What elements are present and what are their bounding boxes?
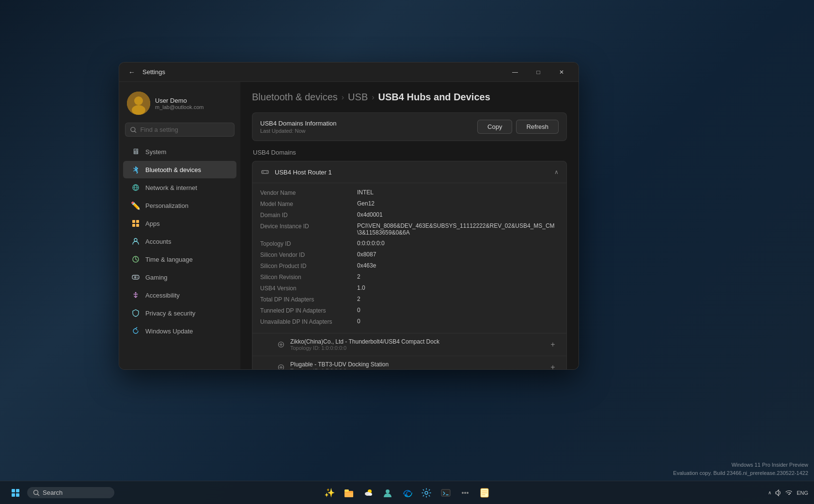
taskbar-app-notes[interactable]: [476, 484, 493, 502]
speaker-icon: [774, 489, 782, 497]
window-controls: — □ ✕: [504, 64, 573, 80]
breadcrumb: Bluetooth & devices › USB › USB4 Hubs an…: [252, 92, 567, 103]
device-name: Plugable - TBT3-UDV Docking Station: [290, 361, 389, 368]
watermark: Windows 11 Pro Insider Preview Evaluatio…: [673, 461, 808, 477]
svg-rect-7: [136, 220, 139, 223]
svg-rect-8: [132, 224, 135, 227]
tray-arrow[interactable]: ∧: [768, 490, 771, 495]
device-item-left: Zikko(China)Co., Ltd - Thunderbolt4/USB4…: [262, 338, 439, 351]
device-topology: Topology ID: 1:0:0:0:0:0: [290, 345, 439, 351]
minimize-button[interactable]: —: [504, 64, 526, 80]
svg-point-32: [386, 489, 390, 493]
user-profile[interactable]: User Demo m_lab@outlook.com: [119, 88, 240, 123]
device-item[interactable]: Zikko(China)Co., Ltd - Thunderbolt4/USB4…: [252, 333, 566, 356]
svg-point-1: [134, 96, 143, 105]
back-button[interactable]: ←: [125, 65, 139, 79]
taskbar-search[interactable]: Search: [27, 487, 114, 498]
sidebar-item-accessibility[interactable]: Accessibility: [123, 286, 236, 304]
avatar: [127, 92, 150, 115]
svg-rect-9: [136, 224, 139, 227]
taskbar-app-explorer[interactable]: [340, 484, 358, 502]
breadcrumb-bluetooth[interactable]: Bluetooth & devices: [252, 92, 338, 103]
desktop: ← Settings — □ ✕: [0, 0, 814, 504]
sidebar-item-network[interactable]: Network & internet: [123, 179, 236, 196]
taskbar-app-edge[interactable]: [398, 484, 416, 502]
detail-label: Silicon Revision: [260, 273, 357, 281]
detail-value: 2: [357, 296, 360, 302]
user-name: User Demo: [155, 97, 204, 104]
device-info: Plugable - TBT3-UDV Docking Station Topo…: [290, 361, 389, 369]
refresh-button[interactable]: Refresh: [516, 120, 559, 134]
device-icon: [277, 340, 285, 349]
info-card-subtitle: Last Updated: Now: [260, 128, 337, 134]
taskbar-app-weather[interactable]: [360, 484, 377, 502]
breadcrumb-usb[interactable]: USB: [348, 92, 368, 103]
detail-value: 0: [357, 318, 360, 325]
time-label: Time & language: [145, 256, 193, 263]
expand-button[interactable]: +: [547, 339, 559, 350]
system-icon: 🖥: [131, 147, 141, 157]
device-name: Zikko(China)Co., Ltd - Thunderbolt4/USB4…: [290, 338, 439, 345]
close-icon: ✕: [559, 69, 564, 76]
detail-row: Silicon Revision2: [260, 271, 559, 283]
taskbar-app-people[interactable]: [379, 484, 396, 502]
domains-section-label: USB4 Domains: [252, 149, 567, 156]
taskbar-app-copilot[interactable]: ✨: [321, 484, 338, 502]
network-tray-icon: [785, 489, 793, 497]
sidebar-item-accounts[interactable]: Accounts: [123, 233, 236, 250]
start-button[interactable]: [6, 483, 25, 503]
expand-button[interactable]: +: [547, 362, 559, 369]
gaming-label: Gaming: [145, 274, 168, 281]
title-bar: ← Settings — □ ✕: [119, 63, 579, 82]
detail-value: 0x463e: [357, 262, 376, 269]
privacy-label: Privacy & security: [145, 310, 195, 317]
taskbar-app-misc[interactable]: [456, 484, 474, 502]
gaming-icon: [131, 272, 141, 282]
taskbar-app-settings[interactable]: [418, 484, 435, 502]
sidebar-item-bluetooth[interactable]: Bluetooth & devices: [123, 161, 236, 178]
device-item[interactable]: Plugable - TBT3-UDV Docking Station Topo…: [252, 356, 566, 369]
accessibility-icon: [131, 290, 141, 300]
taskbar-app-terminal[interactable]: [437, 484, 454, 502]
svg-point-31: [368, 493, 372, 496]
watermark-line1: Windows 11 Pro Insider Preview: [673, 461, 808, 469]
breadcrumb-sep-1: ›: [342, 93, 344, 102]
user-info: User Demo m_lab@outlook.com: [155, 97, 204, 110]
detail-value: 0: [357, 307, 360, 314]
taskbar-right: ∧ ENG: [768, 489, 808, 497]
sidebar-item-system[interactable]: 🖥 System: [123, 143, 236, 160]
device-list: Zikko(China)Co., Ltd - Thunderbolt4/USB4…: [252, 333, 566, 369]
sidebar: User Demo m_lab@outlook.com 🖥: [119, 82, 240, 369]
domain-card: USB4 Host Router 1 ∧ Vendor NameINTELMod…: [252, 161, 567, 369]
sidebar-item-gaming[interactable]: Gaming: [123, 268, 236, 286]
accessibility-label: Accessibility: [145, 292, 180, 299]
sidebar-item-personalization[interactable]: ✏️ Personalization: [123, 197, 236, 214]
detail-label: USB4 Version: [260, 284, 357, 292]
taskbar: Search ✨: [0, 481, 814, 504]
settings-search-input[interactable]: [141, 126, 229, 133]
detail-value: 1.0: [357, 284, 365, 291]
svg-line-4: [135, 131, 136, 132]
close-button[interactable]: ✕: [550, 64, 573, 80]
clock[interactable]: ENG: [797, 490, 808, 496]
detail-row: Device Instance IDPCI\VEN_8086&DEV_463E&…: [260, 220, 559, 238]
domain-header[interactable]: USB4 Host Router 1 ∧: [252, 161, 566, 183]
back-icon: ←: [128, 68, 135, 76]
sidebar-item-apps[interactable]: Apps: [123, 215, 236, 232]
settings-window: ← Settings — □ ✕: [119, 62, 579, 370]
copy-button[interactable]: Copy: [477, 120, 512, 134]
detail-value: 2: [357, 273, 360, 280]
maximize-button[interactable]: □: [527, 64, 549, 80]
svg-point-36: [464, 492, 466, 494]
sidebar-item-privacy[interactable]: Privacy & security: [123, 304, 236, 322]
sidebar-item-update[interactable]: Windows Update: [123, 322, 236, 340]
window-body: User Demo m_lab@outlook.com 🖥: [119, 82, 579, 369]
detail-row: Domain ID0x4d0001: [260, 209, 559, 220]
breadcrumb-current: USB4 Hubs and Devices: [378, 92, 490, 103]
sidebar-item-time[interactable]: Time & language: [123, 251, 236, 268]
svg-rect-23: [12, 493, 15, 497]
svg-point-35: [462, 492, 464, 494]
bluetooth-label: Bluetooth & devices: [145, 166, 201, 173]
network-label: Network & internet: [145, 184, 197, 191]
settings-search[interactable]: [125, 123, 235, 137]
